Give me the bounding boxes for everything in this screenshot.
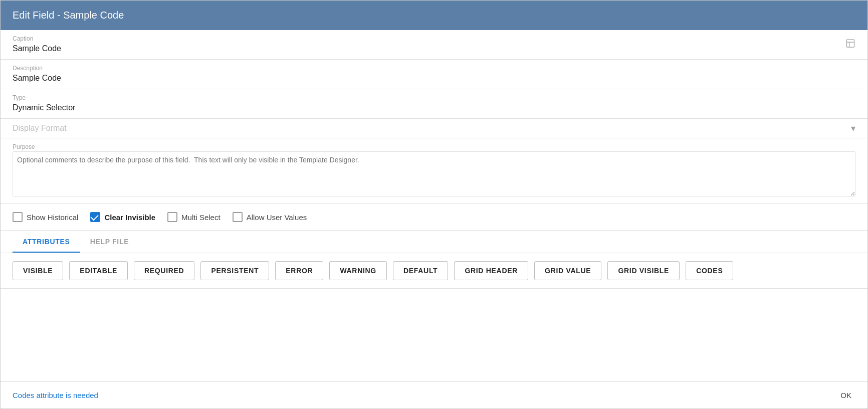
allow-user-values-checkbox[interactable]: Allow User Values	[233, 212, 307, 222]
caption-label: Caption	[13, 35, 855, 42]
description-value: Sample Code	[13, 73, 855, 85]
clear-invisible-checkbox[interactable]: Clear Invisible	[90, 212, 155, 222]
attr-button-grid-header[interactable]: GRID HEADER	[454, 261, 528, 280]
attr-button-persistent[interactable]: PERSISTENT	[200, 261, 269, 280]
svg-rect-0	[847, 40, 854, 47]
attr-button-grid-visible[interactable]: GRID VISIBLE	[607, 261, 680, 280]
caption-section: Caption Sample Code	[1, 30, 867, 60]
tab-help-file[interactable]: HELP FILE	[80, 231, 139, 253]
purpose-textarea[interactable]	[13, 151, 855, 196]
caption-value: Sample Code	[13, 43, 855, 55]
checkboxes-section: Show Historical Clear Invisible Multi Se…	[1, 204, 867, 231]
description-section: Description Sample Code	[1, 60, 867, 89]
multi-select-label: Multi Select	[181, 213, 221, 222]
type-value: Dynamic Selector	[13, 102, 855, 114]
dialog-body: Caption Sample Code Description Sample C…	[1, 30, 867, 381]
allow-user-values-label: Allow User Values	[247, 213, 307, 222]
tabs-section: ATTRIBUTES HELP FILE	[1, 231, 867, 253]
attr-button-codes[interactable]: CODES	[686, 261, 733, 280]
attr-button-required[interactable]: REQUIRED	[134, 261, 195, 280]
tab-attributes[interactable]: ATTRIBUTES	[13, 231, 80, 253]
attr-button-warning[interactable]: WARNING	[329, 261, 387, 280]
edit-field-dialog: Edit Field - Sample Code Caption Sample …	[0, 0, 868, 409]
clear-invisible-box[interactable]	[90, 212, 100, 222]
attribute-buttons-section: VISIBLE EDITABLE REQUIRED PERSISTENT ERR…	[1, 253, 867, 289]
attr-button-grid-value[interactable]: GRID VALUE	[534, 261, 601, 280]
caption-icon[interactable]	[845, 39, 855, 51]
clear-invisible-label: Clear Invisible	[104, 213, 155, 222]
attr-button-editable[interactable]: EDITABLE	[69, 261, 128, 280]
display-format-placeholder: Display Format	[13, 124, 67, 132]
dialog-header: Edit Field - Sample Code	[1, 1, 867, 30]
chevron-down-icon[interactable]: ▾	[851, 123, 855, 134]
footer-message: Codes attribute is needed	[13, 391, 98, 399]
multi-select-checkbox[interactable]: Multi Select	[167, 212, 221, 222]
show-historical-label: Show Historical	[27, 213, 78, 222]
attr-button-error[interactable]: ERROR	[275, 261, 323, 280]
dialog-title: Edit Field - Sample Code	[13, 10, 124, 21]
dialog-footer: Codes attribute is needed OK	[1, 381, 867, 408]
attr-button-visible[interactable]: VISIBLE	[13, 261, 63, 280]
ok-button[interactable]: OK	[836, 389, 855, 401]
show-historical-checkbox[interactable]: Show Historical	[13, 212, 78, 222]
type-section: Type Dynamic Selector	[1, 89, 867, 119]
multi-select-box[interactable]	[167, 212, 177, 222]
description-label: Description	[13, 65, 855, 72]
attr-button-default[interactable]: DEFAULT	[393, 261, 448, 280]
purpose-label: Purpose	[13, 143, 855, 150]
allow-user-values-box[interactable]	[233, 212, 243, 222]
show-historical-box[interactable]	[13, 212, 23, 222]
purpose-section: Purpose	[1, 138, 867, 204]
display-format-section[interactable]: Display Format ▾	[1, 119, 867, 138]
type-label: Type	[13, 94, 855, 101]
